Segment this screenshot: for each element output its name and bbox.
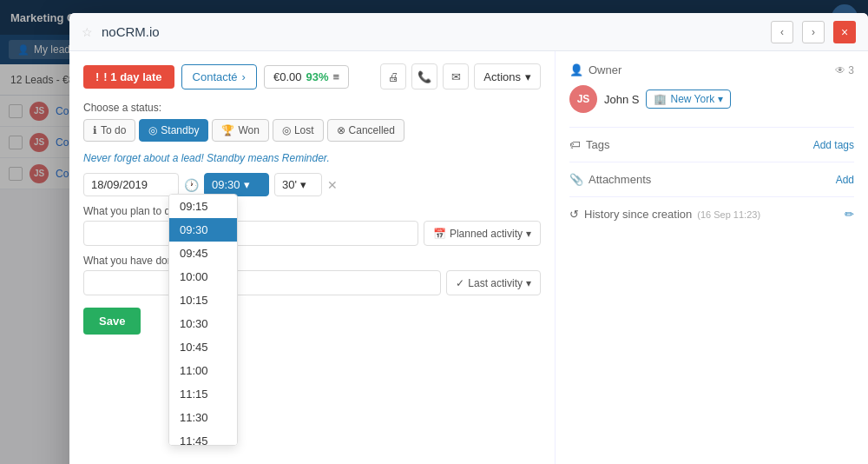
- standby-hint: Never forget about a lead! Standby means…: [83, 152, 541, 164]
- chevron-down-icon: ▾: [526, 277, 531, 289]
- plan-row: 📅 Planned activity ▾: [83, 221, 541, 246]
- actions-dropdown-button[interactable]: Actions ▾: [474, 63, 541, 89]
- attachments-header: 📎 Attachments Add: [569, 173, 854, 186]
- eye-icon: 👁: [835, 64, 845, 76]
- time-option-1130[interactable]: 11:30: [169, 406, 237, 429]
- star-icon[interactable]: ☆: [82, 25, 93, 39]
- late-button[interactable]: ! ! 1 day late: [83, 65, 174, 89]
- time-option-1100[interactable]: 11:00: [169, 359, 237, 382]
- phone-button[interactable]: 📞: [411, 63, 437, 89]
- add-attachment-link[interactable]: Add: [836, 174, 854, 186]
- divider: [569, 162, 854, 162]
- plan-section: What you plan to do 📅 Planned activity ▾: [83, 205, 541, 246]
- time-option-0915[interactable]: 09:15: [169, 195, 237, 218]
- plan-input[interactable]: [83, 221, 418, 246]
- paperclip-icon: 📎: [569, 173, 583, 186]
- contact-button[interactable]: Contacté ›: [181, 64, 257, 89]
- status-standby[interactable]: ◎ Standby: [139, 119, 208, 142]
- attachments-section: 📎 Attachments Add: [569, 173, 854, 186]
- location-icon: 🏢: [654, 93, 667, 105]
- time-option-1045[interactable]: 10:45: [169, 335, 237, 359]
- standby-icon: ◎: [148, 124, 157, 136]
- calendar-icon: 📅: [433, 228, 446, 240]
- viewer-count: 3: [848, 64, 854, 76]
- checkmark-icon: ✓: [456, 277, 464, 289]
- edit-icon[interactable]: ✏: [845, 208, 854, 221]
- time-select-button[interactable]: 09:30 ▾: [204, 173, 269, 196]
- time-option-0930[interactable]: 09:30: [169, 218, 237, 242]
- actions-label: Actions: [483, 70, 521, 83]
- time-option-1000[interactable]: 10:00: [169, 265, 237, 288]
- time-option-1145[interactable]: 11:45: [169, 429, 237, 446]
- todo-icon: ℹ: [93, 124, 97, 136]
- lost-icon: ◎: [282, 124, 291, 136]
- won-icon: 🏆: [221, 124, 234, 136]
- todo-label: To do: [101, 124, 126, 136]
- status-won[interactable]: 🏆 Won: [212, 119, 268, 142]
- done-row: ✓ Last activity ▾: [83, 270, 541, 295]
- chart-icon: ≡: [333, 70, 340, 83]
- lost-label: Lost: [294, 124, 314, 136]
- done-input[interactable]: [83, 270, 441, 295]
- divider: [569, 127, 854, 128]
- history-header: ↺ History since creation (16 Sep 11:23) …: [569, 208, 854, 221]
- contact-label: Contacté: [193, 70, 238, 83]
- owner-section: 👤 Owner 👁 3 JS John S 🏢 New Y: [569, 63, 854, 113]
- chevron-down-icon: ▾: [300, 178, 306, 191]
- time-option-1015[interactable]: 10:15: [169, 288, 237, 312]
- last-activity-label: Last activity: [468, 277, 523, 289]
- amount-value: €0.00: [273, 70, 302, 83]
- cancelled-icon: ⊗: [337, 124, 345, 136]
- modal-titlebar: ☆ noCRM.io ‹ › ×: [69, 13, 868, 51]
- owner-header: 👤 Owner 👁 3: [569, 63, 854, 76]
- clock-icon: 🕐: [184, 178, 199, 192]
- next-button[interactable]: ›: [802, 21, 825, 43]
- date-input[interactable]: [83, 173, 179, 196]
- chevron-right-icon: ›: [242, 70, 246, 83]
- print-button[interactable]: 🖨: [380, 63, 406, 89]
- duration-select-button[interactable]: 30' ▾: [274, 173, 322, 196]
- datetime-row: 🕐 09:30 ▾ 30' ▾ ✕: [83, 173, 541, 196]
- modal-dialog: ☆ noCRM.io ‹ › × ! ! 1 day late Contacté…: [69, 13, 868, 464]
- time-option-1115[interactable]: 11:15: [169, 382, 237, 406]
- modal-body: ! ! 1 day late Contacté › €0.00 93% ≡ 🖨: [69, 51, 868, 464]
- duration-value: 30': [282, 178, 297, 191]
- time-value: 09:30: [212, 178, 240, 191]
- clear-icon[interactable]: ✕: [327, 178, 338, 192]
- time-dropdown[interactable]: 09:15 09:30 09:45 10:00 10:15 10:30 10:4…: [168, 194, 238, 446]
- modal-left-panel: ! ! 1 day late Contacté › €0.00 93% ≡ 🖨: [69, 51, 556, 464]
- email-button[interactable]: ✉: [443, 63, 469, 89]
- location-badge[interactable]: 🏢 New York ▾: [646, 89, 731, 109]
- location-name: New York: [670, 93, 714, 105]
- status-lost[interactable]: ◎ Lost: [273, 119, 324, 142]
- time-option-0945[interactable]: 09:45: [169, 242, 237, 265]
- action-icons: 🖨 📞 ✉ Actions ▾: [380, 63, 541, 89]
- status-todo[interactable]: ℹ To do: [83, 119, 135, 142]
- modal-close-button[interactable]: ×: [833, 21, 856, 43]
- prev-button[interactable]: ‹: [771, 21, 793, 43]
- tags-header: 🏷 Tags Add tags: [569, 138, 854, 151]
- history-date: (16 Sep 11:23): [697, 209, 760, 220]
- owner-label: Owner: [589, 63, 621, 76]
- planned-activity-label: Planned activity: [450, 228, 523, 240]
- history-label: History since creation: [584, 208, 692, 221]
- owner-avatar: JS: [569, 85, 597, 113]
- standby-label: Standby: [161, 124, 199, 136]
- chevron-down-icon: ▾: [718, 93, 723, 105]
- add-tags-link[interactable]: Add tags: [813, 139, 854, 151]
- status-cancelled[interactable]: ⊗ Cancelled: [327, 119, 404, 142]
- time-option-1030[interactable]: 10:30: [169, 312, 237, 335]
- eye-count: 👁 3: [835, 64, 854, 76]
- cancelled-label: Cancelled: [349, 124, 395, 136]
- plan-label: What you plan to do: [83, 205, 541, 217]
- history-icon: ↺: [569, 208, 579, 221]
- planned-activity-button[interactable]: 📅 Planned activity ▾: [424, 221, 541, 246]
- history-section: ↺ History since creation (16 Sep 11:23) …: [569, 208, 854, 221]
- amount-badge: €0.00 93% ≡: [264, 65, 349, 89]
- status-tabs: ℹ To do ◎ Standby 🏆 Won ◎: [83, 119, 541, 142]
- save-button[interactable]: Save: [83, 308, 141, 335]
- last-activity-button[interactable]: ✓ Last activity ▾: [446, 270, 541, 295]
- divider: [569, 196, 854, 197]
- choose-label: Choose a status:: [83, 102, 541, 114]
- chevron-down-icon: ▾: [244, 178, 250, 191]
